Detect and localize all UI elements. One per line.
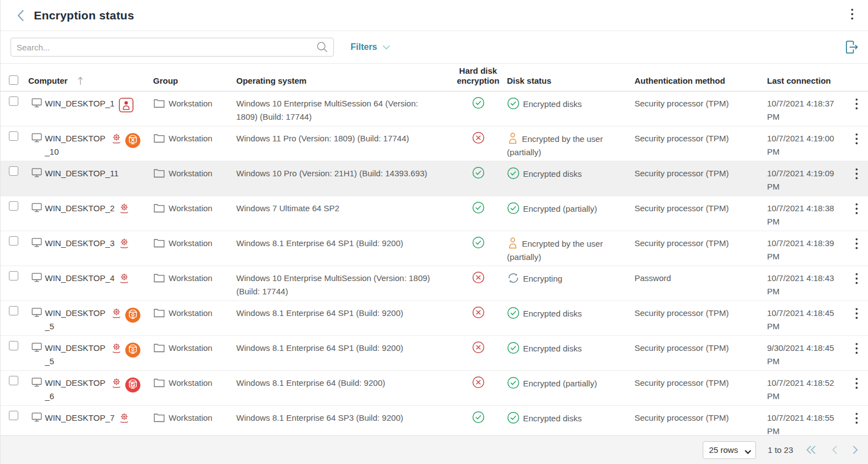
operating-system-label: Windows 11 Pro (Version: 1809) (Build: 1… (236, 126, 449, 161)
pagination-footer: 25 rows 1 to 23 (1, 435, 868, 464)
search-input[interactable] (17, 43, 316, 52)
disk-status-label: Encrypted (partially) (523, 379, 597, 388)
last-connection-label: 10/7/2021 4:18:37 PM (767, 91, 848, 126)
select-all-checkbox[interactable] (9, 75, 28, 91)
error-cross-icon (472, 136, 485, 146)
row-kebab-menu-button[interactable] (853, 171, 860, 182)
monitor-icon (32, 308, 42, 321)
folder-icon (154, 308, 165, 322)
search-button[interactable] (316, 41, 329, 54)
row-checkbox[interactable] (9, 196, 28, 231)
row-checkbox[interactable] (9, 336, 28, 370)
column-header-operating-system[interactable]: Operating system (236, 76, 449, 91)
disk-status: Encrypted disks (507, 301, 634, 335)
export-button[interactable] (842, 38, 860, 56)
search-icon (316, 41, 329, 54)
table-row[interactable]: WIN_DESKTOP_1 Workstation Windows 10 Ent… (1, 91, 868, 126)
kebab-icon (855, 343, 858, 354)
last-connection-label: 9/30/2021 4:18:45 PM (767, 336, 848, 370)
table-row[interactable]: WIN_DESKTOP_5 Workstation Windows 8.1 En… (1, 301, 868, 336)
row-kebab-menu-button[interactable] (853, 101, 860, 113)
computer-name[interactable]: WIN_DESKTOP_3 (45, 237, 115, 250)
computer-name[interactable]: WIN_DESKTOP_11 (45, 167, 119, 180)
export-icon (844, 39, 859, 55)
operating-system-label: Windows 10 Enterprise MultiSession 64 (V… (236, 91, 449, 126)
monitor-icon (32, 343, 42, 356)
table-row[interactable]: WIN_DESKTOP_5 Workstation Windows 8.1 En… (1, 336, 868, 371)
computer-name[interactable]: WIN_DESKTOP_7 (45, 411, 115, 425)
row-checkbox[interactable] (9, 371, 28, 405)
computer-status-badge-monitor-gear-icon (125, 342, 141, 362)
row-checkbox[interactable] (9, 231, 28, 266)
folder-icon (154, 134, 165, 147)
group-label: Workstation (169, 411, 212, 425)
user-badge-icon (119, 98, 134, 116)
folder-icon (154, 203, 165, 217)
column-header-disk-status[interactable]: Disk status (507, 76, 634, 91)
row-checkbox[interactable] (9, 91, 28, 126)
row-kebab-menu-button[interactable] (853, 415, 860, 427)
column-header-last-connection[interactable]: Last connection (767, 76, 848, 91)
computer-name[interactable]: WIN_DESKTOP_10 (45, 132, 107, 159)
disk-status: Encrypted disks (507, 91, 634, 126)
header-kebab-menu-button[interactable] (846, 6, 858, 24)
success-check-icon (507, 414, 523, 423)
row-kebab-menu-button[interactable] (853, 136, 860, 147)
row-checkbox[interactable] (9, 266, 28, 300)
hard-disk-encryption-status (449, 196, 507, 231)
success-check-icon (507, 169, 523, 179)
gear-badge-icon (111, 377, 122, 392)
table-row[interactable]: WIN_DESKTOP_6 Workstation Windows 8.1 En… (1, 371, 868, 406)
first-page-button[interactable] (804, 444, 818, 456)
row-checkbox[interactable] (9, 126, 28, 161)
sort-ascending-icon[interactable] (77, 76, 84, 86)
row-kebab-menu-button[interactable] (853, 310, 860, 322)
computer-name[interactable]: WIN_DESKTOP_6 (45, 376, 107, 403)
rows-per-page-select-wrap: 25 rows (703, 441, 756, 459)
kebab-icon (855, 133, 858, 145)
filters-button[interactable]: Filters (351, 42, 390, 52)
toolbar: Filters (1, 31, 868, 64)
column-header-computer[interactable]: Computer (28, 76, 68, 86)
previous-page-button[interactable] (830, 444, 839, 456)
disk-status-label: Encrypted (partially) (523, 204, 597, 213)
group-label: Workstation (169, 272, 212, 285)
column-header-group[interactable]: Group (153, 76, 236, 91)
row-kebab-menu-button[interactable] (853, 276, 860, 287)
kebab-icon (855, 378, 858, 389)
back-button[interactable] (16, 9, 25, 22)
computer-name[interactable]: WIN_DESKTOP_1 (45, 97, 115, 110)
computer-name[interactable]: WIN_DESKTOP_4 (45, 272, 115, 285)
group-label: Workstation (169, 167, 212, 180)
row-kebab-menu-button[interactable] (853, 241, 860, 252)
table-row[interactable]: WIN_DESKTOP_4 Workstation Windows 10 Ent… (1, 266, 868, 301)
operating-system-label: Windows 8.1 Enterprise 64 SP1 (Build: 92… (236, 301, 449, 335)
row-checkbox[interactable] (9, 301, 28, 335)
computer-name[interactable]: WIN_DESKTOP_5 (45, 341, 107, 368)
group-label: Workstation (169, 97, 212, 110)
table-row[interactable]: WIN_DESKTOP_11 Workstation Windows 10 Pr… (1, 161, 868, 196)
group-label: Workstation (169, 341, 212, 355)
folder-icon (154, 343, 165, 356)
column-header-hard-disk-encryption[interactable]: Hard disk encryption (449, 66, 507, 91)
table-row[interactable]: WIN_DESKTOP_3 Workstation Windows 8.1 En… (1, 231, 868, 266)
row-kebab-menu-button[interactable] (853, 206, 860, 217)
row-kebab-menu-button[interactable] (853, 380, 860, 392)
last-connection-label: 10/7/2021 4:18:45 PM (767, 301, 848, 335)
table-row[interactable]: WIN_DESKTOP_10 Workstation Windows 11 Pr… (1, 126, 868, 161)
computer-name[interactable]: WIN_DESKTOP_5 (45, 307, 107, 333)
kebab-icon (851, 8, 854, 20)
column-header-authentication-method[interactable]: Authentication method (634, 76, 767, 91)
last-connection-label: 10/7/2021 4:19:00 PM (767, 126, 848, 161)
table-row[interactable]: WIN_DESKTOP_2 Workstation Windows 7 Ulti… (1, 196, 868, 231)
next-page-button[interactable] (851, 444, 860, 456)
authentication-method-label: Security processor (TPM) (634, 336, 767, 370)
computer-name[interactable]: WIN_DESKTOP_2 (45, 202, 115, 215)
row-checkbox[interactable] (9, 161, 28, 196)
row-kebab-menu-button[interactable] (853, 345, 860, 357)
rows-per-page-select[interactable]: 25 rows (703, 441, 756, 459)
chevron-left-icon (831, 445, 838, 455)
disk-status: Encrypted by the user (partially) (507, 231, 634, 266)
gear-badge-icon (119, 202, 130, 218)
success-check-icon (472, 241, 485, 251)
